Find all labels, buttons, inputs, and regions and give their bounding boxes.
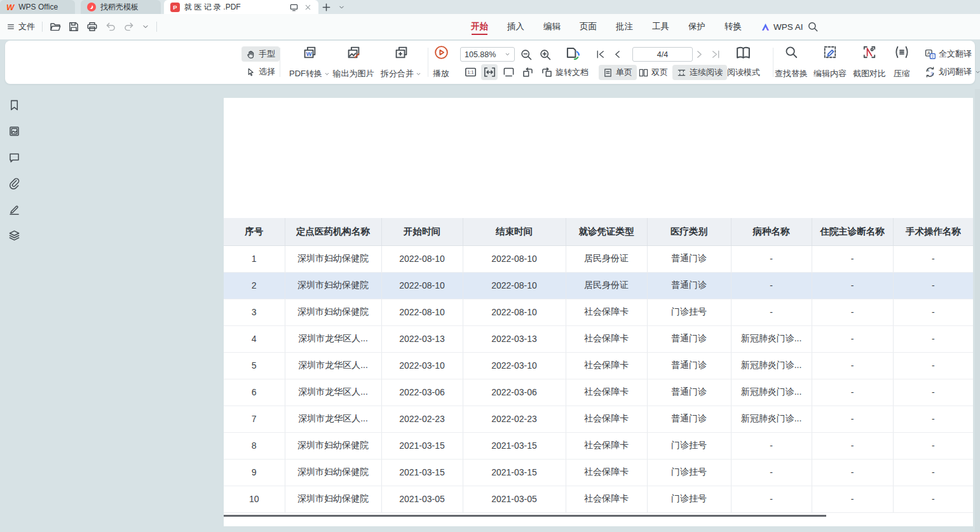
chevron-down-icon [505,51,510,57]
menu-item-0[interactable]: 开始 [471,14,488,39]
tab-list-chevron[interactable] [334,0,349,14]
fit-width-button[interactable] [481,64,498,80]
table-cell: 新冠肺炎门诊... [731,325,812,352]
table-horizontal-scrollbar[interactable] [224,515,826,517]
play-icon [434,45,449,60]
svg-text:W: W [306,51,311,57]
table-cell: 深圳市妇幼保健院 [285,459,381,486]
thumbnails-icon[interactable] [8,125,20,137]
table-cell: 社会保障卡 [566,406,647,432]
page-number-input[interactable] [632,47,693,62]
edit-content-button[interactable]: 编辑内容 [807,45,853,79]
zoom-level-select[interactable]: 105.88% [460,47,515,62]
search-icon[interactable] [807,21,819,32]
table-cell: 6 [224,379,285,406]
table-cell: 社会保障卡 [566,379,647,406]
fit-page-button[interactable] [500,64,517,80]
pdf-page[interactable]: 序号定点医药机构名称开始时间结束时间就诊凭证类型医疗类别病种名称住院主诊断名称手… [224,98,973,526]
split-merge-label: 拆分合并 [381,68,414,79]
chevron-down-icon[interactable] [142,23,149,31]
monitor-icon[interactable] [289,3,299,12]
rotate-left-button[interactable] [519,64,536,80]
file-menu-button[interactable]: 文件 [6,21,35,32]
chevron-down-icon [975,69,980,75]
close-icon[interactable] [304,3,312,11]
rotate-right-button[interactable] [538,64,555,80]
chevron-down-icon [338,4,345,11]
menu-item-label: 编辑 [543,21,561,32]
layers-icon[interactable] [8,229,20,242]
menu-item-1[interactable]: 插入 [507,14,524,39]
continuous-reading-button[interactable]: 连续阅读 [672,65,727,80]
export-image-button[interactable]: 输出为图片 [326,45,381,79]
attachment-icon[interactable] [8,177,20,189]
word-translate-button[interactable]: A文 划词翻译 [920,64,980,79]
comment-icon[interactable] [8,151,20,163]
pdf-convert-icon: W [303,45,317,60]
bookmark-icon[interactable] [8,99,20,111]
actual-size-button[interactable]: 1:1 [462,64,479,80]
rotate-doc-button[interactable]: 旋转文档 [554,65,590,80]
undo-icon[interactable] [105,21,116,32]
prev-page-icon[interactable] [612,49,623,60]
compress-icon [895,45,909,59]
zoom-out-icon[interactable] [520,48,533,61]
table-cell: - [812,325,893,352]
menu-item-7[interactable]: 转换 [725,14,742,39]
menu-item-8[interactable]: WPS AI [761,14,803,39]
split-merge-button[interactable]: 拆分合并 [374,45,428,79]
rotate-doc-icon[interactable] [565,46,581,62]
fit-page-icon [503,66,515,78]
new-tab-button[interactable] [318,0,334,14]
full-translate-button[interactable]: A文 全文翻译 [920,46,976,62]
next-page-icon[interactable] [694,49,705,60]
menu-item-3[interactable]: 页面 [580,14,597,39]
screenshot-compare-button[interactable]: 截图对比 [848,45,891,79]
folder-open-icon[interactable] [50,21,61,32]
menu-item-4[interactable]: 批注 [616,14,633,39]
single-page-button[interactable]: 单页 [599,65,637,80]
print-icon[interactable] [86,21,98,32]
menu-item-5[interactable]: 工具 [652,14,669,39]
first-page-icon[interactable] [595,49,606,60]
select-tool-button[interactable]: 选择 [242,64,280,79]
read-mode-button[interactable]: 阅读模式 [726,65,761,80]
play-button[interactable]: 播放 [427,45,455,79]
tab-wps-office[interactable]: W WPS Office [0,0,75,14]
table-cell: 门诊挂号 [647,459,731,486]
compress-button[interactable]: 压缩 [888,45,916,79]
table-cell: - [812,272,893,299]
table-row: 2深圳市妇幼保健院2022-08-102022-08-10居民身份证普通门诊--… [224,272,973,299]
table-cell: - [812,406,893,432]
redo-icon[interactable] [123,21,135,32]
menu-item-label: 批注 [616,21,633,32]
table-cell: 普通门诊 [647,352,731,379]
last-page-icon[interactable] [711,49,721,60]
table-cell: 深圳市妇幼保健院 [285,245,381,272]
signature-icon[interactable] [8,203,20,215]
save-icon[interactable] [68,21,79,32]
menu-item-6[interactable]: 保护 [688,14,705,39]
quick-access-bar: 文件 [6,14,157,39]
screenshot-compare-label: 截图对比 [853,68,886,79]
table-cell: - [893,432,973,459]
document-side-panel [0,99,28,242]
table-cell: 普通门诊 [647,245,731,272]
read-mode-label: 阅读模式 [727,67,760,78]
zoom-in-icon[interactable] [539,48,552,61]
table-cell: 2022-02-23 [463,406,566,432]
hand-tool-button[interactable]: 手型 [242,46,280,62]
menu-item-2[interactable]: 编辑 [543,14,561,39]
divider [42,22,43,32]
book-icon[interactable] [735,45,751,61]
table-cell: 深圳市龙华区人... [285,379,381,406]
single-page-label: 单页 [616,67,632,78]
table-row: 10深圳市妇幼保健院2021-03-052021-03-05社会保障卡门诊挂号-… [224,486,973,512]
rotate-left-icon [522,66,534,78]
vertical-scrollbar[interactable] [975,89,980,532]
table-header-cell: 结束时间 [463,218,566,245]
tab-document[interactable]: P 就 医 记 录 .PDF [164,0,318,14]
zoom-value: 105.88% [465,50,496,59]
tab-docer[interactable]: 找稻壳模板 [81,0,161,14]
table-cell: - [893,325,973,352]
